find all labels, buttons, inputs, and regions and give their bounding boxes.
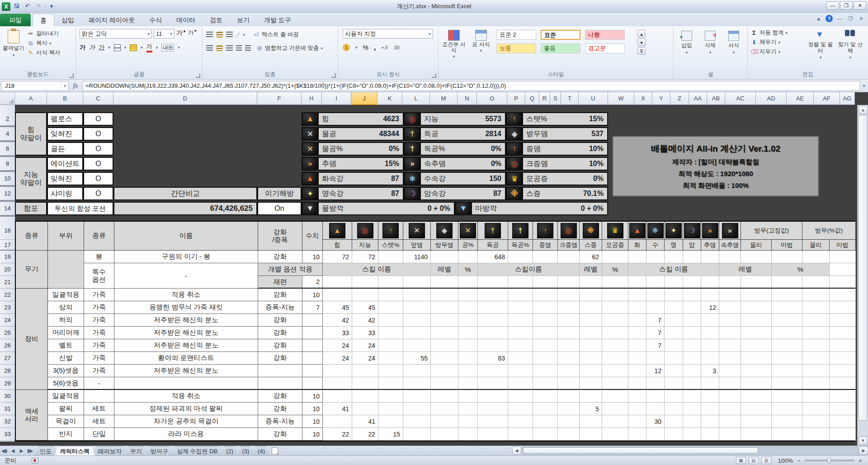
cell-r28-D[interactable]: 저주받은 해신의 분노 (114, 365, 258, 377)
cell-r26-c27[interactable] (802, 339, 830, 352)
cell-r22-c19[interactable] (628, 289, 646, 301)
cell-r31-c11[interactable] (431, 403, 458, 415)
sheet-tab-방어구[interactable]: 방어구 (145, 446, 174, 456)
minimize-button[interactable]: — (826, 1, 839, 10)
fill-button[interactable]: ⬇채우기▾ (750, 38, 788, 47)
cell-r26-c9[interactable] (378, 339, 403, 352)
cell-r32-c26[interactable] (772, 415, 802, 428)
cell-r29-c25[interactable] (741, 377, 772, 390)
cell-r24-c28[interactable] (830, 314, 856, 327)
column-header-W[interactable]: W (608, 92, 634, 105)
cell-r30-c20[interactable] (646, 390, 665, 403)
cell-r26-c23[interactable] (701, 339, 719, 352)
cell-r23-C[interactable]: 가죽 (84, 301, 114, 314)
cell-r27-앞뎀[interactable]: 55 (403, 352, 431, 365)
cell-r29-c7[interactable] (323, 377, 352, 390)
ribbon-tab-파일[interactable]: 파일 (0, 14, 31, 26)
cell-r33-H[interactable]: 10 (302, 428, 323, 441)
workbook-close-icon[interactable]: ✕ (857, 14, 865, 23)
cell-r28-c9[interactable] (378, 365, 403, 377)
cell-r19-c23[interactable] (701, 251, 719, 263)
insert-function-icon[interactable]: fx (69, 82, 82, 90)
cell-r32-C[interactable]: 세트 (84, 415, 114, 428)
row-header-25[interactable]: 25 (0, 327, 15, 339)
cell-r31-c15[interactable] (533, 403, 558, 415)
wrap-text-button[interactable]: ⏎텍스트 줄 바꿈 (253, 30, 299, 39)
cell-r26-c22[interactable] (683, 339, 701, 352)
cannon-potion-cell[interactable]: 투신의 함성 포션 (47, 202, 113, 215)
cell-r33-힘[interactable]: 22 (323, 428, 352, 441)
cell-r31-c8[interactable] (352, 403, 378, 415)
cell-r19-힘[interactable]: 72 (323, 251, 352, 263)
sheet-tab-(4)[interactable]: (4) (252, 446, 270, 456)
cell-r24-c18[interactable] (602, 314, 628, 327)
cell-r25-수[interactable]: 7 (646, 327, 665, 339)
cell-r25-c26[interactable] (772, 327, 802, 339)
column-header-AB[interactable]: AB (707, 92, 725, 105)
cut-button[interactable]: ✂잘라내기 (27, 29, 60, 38)
clipboard-dialog-launcher[interactable] (69, 73, 74, 78)
ribbon-tab-개발 도구[interactable]: 개발 도구 (257, 14, 298, 26)
cell-r27-c18[interactable] (602, 352, 628, 365)
cell-r29-c20[interactable] (646, 377, 665, 390)
cell-r21-c27[interactable] (802, 276, 830, 289)
cell-r32-H[interactable]: 10 (302, 415, 323, 428)
cell-r19-F[interactable]: 강화 (258, 251, 302, 263)
cell-r25-c18[interactable] (602, 327, 628, 339)
format-painter-button[interactable]: ✎서식 복사 (27, 48, 60, 57)
cell-r30-c24[interactable] (719, 390, 741, 403)
cell-r28-c5[interactable] (258, 365, 302, 377)
cell-r31-c19[interactable] (628, 403, 646, 415)
font-color-icon[interactable]: 가 (146, 43, 152, 52)
increase-indent-icon[interactable] (245, 45, 251, 51)
currency-icon[interactable]: $ (343, 44, 350, 51)
cell-r30-c12[interactable] (458, 390, 478, 403)
cell-r26-c28[interactable] (830, 339, 856, 352)
cell-r28-c22[interactable] (683, 365, 701, 377)
cell-r24-c12[interactable] (458, 314, 478, 327)
vertical-scrollbar[interactable]: ▲ ▼ (857, 105, 868, 446)
cell-r21-c15[interactable] (533, 276, 558, 289)
cell-r33-c12[interactable] (458, 428, 478, 441)
zoom-out-icon[interactable]: − (796, 457, 802, 464)
cell-r29-c22[interactable] (683, 377, 701, 390)
cell-r24-c23[interactable] (701, 314, 719, 327)
row-header-30[interactable]: 30 (0, 390, 15, 403)
number-format-select[interactable]: 사용자 지정▾ (343, 29, 433, 38)
potion-name-cell[interactable]: 잊혀진 (47, 127, 83, 141)
cell-r23-D[interactable]: 용맹한 범무늬 가죽 재킷 (114, 301, 258, 314)
cell-r31-c10[interactable] (403, 403, 431, 415)
orientation-icon[interactable]: ⟋ (236, 32, 240, 38)
last-sheet-icon[interactable]: ▮▶ (26, 446, 34, 456)
font-dialog-launcher[interactable] (196, 73, 200, 78)
underline-button[interactable]: 가 (99, 43, 104, 52)
style-표준[interactable]: 표준 (541, 30, 580, 40)
comma-style-button[interactable]: , (374, 43, 376, 52)
cell-r20-공%[interactable]: % (458, 263, 478, 276)
cell-r23-지능[interactable]: 45 (352, 301, 378, 314)
cell-r27-c26[interactable] (772, 352, 802, 365)
sort-filter-button[interactable]: ▼ 정렬 및 필터▾ (807, 27, 835, 60)
cell-r33-c18[interactable] (602, 428, 628, 441)
cell-r26-F[interactable]: 강화 (258, 339, 302, 352)
cell-r31-B[interactable]: 팔찌 (48, 403, 84, 415)
cell-r27-c19[interactable] (628, 352, 646, 365)
cell-r29-c5[interactable] (258, 377, 302, 390)
cell-r24-c15[interactable] (533, 314, 558, 327)
align-right-icon[interactable] (226, 45, 233, 51)
row-header-33[interactable]: 33 (0, 428, 15, 441)
cell-r26-c15[interactable] (533, 339, 558, 352)
cell-r22-c11[interactable] (431, 289, 458, 301)
cell-r19-c18[interactable] (602, 251, 628, 263)
potion-name-cell[interactable]: 샤미링 (47, 187, 83, 200)
zoom-slider[interactable] (805, 460, 854, 461)
row-header-14[interactable]: 14 (0, 202, 15, 215)
merged-cell-C20[interactable]: 특수옵션 (84, 263, 114, 289)
stat-cell[interactable]: 속추뎀0% (420, 157, 506, 171)
column-header-C[interactable]: C (83, 92, 113, 105)
name-box[interactable]: J18 ▾ (1, 81, 69, 91)
merged-cell-D20[interactable]: - (114, 263, 258, 289)
cell-r23-c15[interactable] (533, 301, 558, 314)
cell-r25-c25[interactable] (741, 327, 772, 339)
cell-r21-c16[interactable] (558, 276, 580, 289)
